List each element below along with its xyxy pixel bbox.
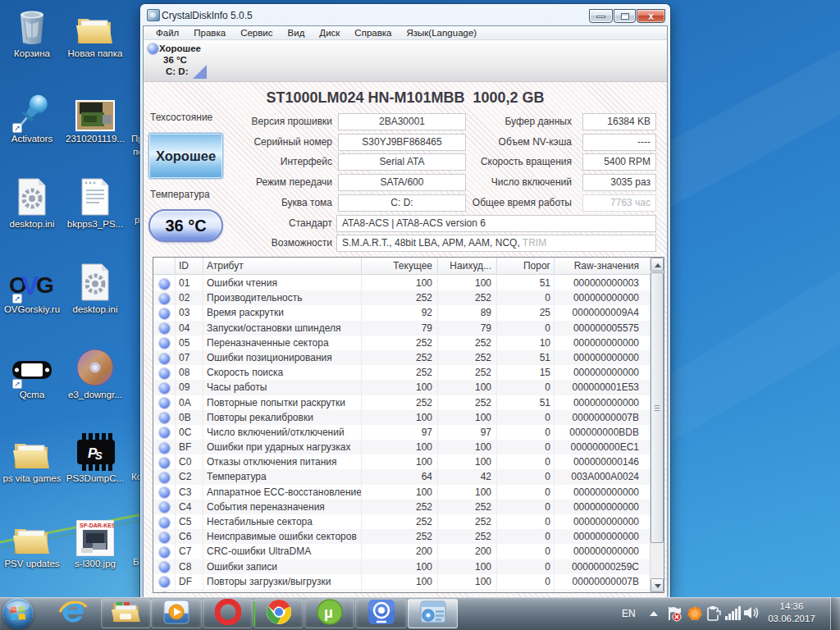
menu-файл[interactable]: Файл (148, 26, 186, 39)
desktop-icon-bkpps3-ps-[interactable]: bkpps3_PS... (57, 177, 133, 229)
cell: Запуски/остановки шпинделя (203, 321, 362, 336)
table-header[interactable]: IDАтрибутТекущееНаихуд...ПорогRaw-значен… (153, 258, 650, 275)
smart-attribute-row[interactable]: C4События переназначения2522520000000000… (153, 500, 650, 514)
smart-attribute-row[interactable]: 0CЧисло включений/отключений979700000000… (153, 425, 650, 440)
title-bar[interactable]: CrystalDiskInfo 5.0.5 x (140, 4, 670, 26)
menu-вид[interactable]: Вид (281, 26, 313, 39)
smart-attribute-row[interactable]: 07Ошибки позиционирования252252510000000… (153, 350, 650, 365)
menu-сервис[interactable]: Сервис (233, 26, 280, 39)
smart-attribute-row[interactable]: C2Температура64420003A000A0024 (153, 469, 650, 484)
network-signal-icon[interactable] (725, 605, 742, 623)
smart-attribute-row[interactable]: E1Число загрузок/выгрузок949400000000106… (153, 589, 650, 592)
desktop-icon-2310201119-[interactable]: 2310201119... (57, 92, 133, 144)
volume-icon[interactable] (743, 605, 760, 623)
start-button[interactable] (2, 598, 34, 629)
taskbar-button-utorrent[interactable]: µ (304, 599, 354, 628)
smart-attribute-row[interactable]: C8Ошибки записи100100000000000259C (153, 559, 650, 574)
taskbar-button-internet-explorer[interactable] (48, 599, 98, 628)
show-desktop-button[interactable] (830, 597, 840, 630)
cell: 0 (497, 321, 555, 336)
tray-app-icon[interactable] (706, 605, 721, 625)
status-good-dot (159, 323, 170, 334)
smart-attribute-row[interactable]: BFОшибки при ударных нагрузках1001000000… (153, 440, 650, 454)
cell: 000000000000 (555, 500, 649, 514)
cell: 0 (497, 440, 555, 454)
cell: 09 (176, 380, 203, 395)
status-good-dot (159, 562, 170, 573)
smart-attribute-row[interactable]: C7CRC-ошибки UltraDMA2002000000000000000 (153, 544, 650, 559)
cell: Время раскрутки (203, 305, 362, 320)
column-header[interactable]: Порог (497, 258, 555, 274)
taskbar-button-crystaldiskinfo[interactable] (408, 599, 458, 628)
cell: 0 (497, 454, 555, 469)
cell: 00000000007B (555, 574, 649, 589)
desktop-icon-desktop-ini[interactable]: desktop.ini (57, 262, 133, 314)
clock[interactable]: 14:36 03.06.2017 (763, 600, 820, 625)
menu-правка[interactable]: Правка (186, 26, 233, 39)
language-indicator[interactable]: EN (622, 597, 636, 630)
smart-attribute-row[interactable]: DFПовторы загрузки/выгрузки1001000000000… (153, 574, 650, 589)
smart-attribute-row[interactable]: 01Ошибки чтения10010051000000000003 (153, 276, 650, 290)
cell: 100 (438, 440, 497, 454)
smart-attribute-row[interactable]: C0Отказы отключения питания1001000000000… (153, 454, 650, 469)
taskbar-button-opera[interactable] (203, 599, 253, 628)
taskbar-button-chrome[interactable] (253, 599, 304, 628)
column-header[interactable]: Текущее (362, 258, 438, 274)
disk-indicator[interactable]: Хорошее 36 °C C: D: (147, 43, 211, 81)
taskbar-button-webcam-app[interactable] (355, 599, 407, 628)
minimize-button[interactable] (589, 9, 613, 23)
menu-диск[interactable]: Диск (312, 26, 347, 39)
vertical-scrollbar[interactable] (650, 258, 664, 592)
smart-attribute-row[interactable]: C6Неисправимые ошибки секторов2522520000… (153, 529, 650, 544)
smart-attribute-row[interactable]: 05Переназначенные сектора252252100000000… (153, 336, 650, 350)
column-header[interactable]: ID (176, 258, 203, 274)
avast-icon[interactable] (687, 605, 703, 625)
status-dot-cell (153, 454, 176, 469)
cell: 252 (438, 529, 497, 544)
smart-attribute-row[interactable]: 03Время раскрутки9289250000000009A4 (153, 305, 650, 320)
taskbar-button-windows-media-player[interactable] (151, 599, 202, 628)
cell: 252 (362, 350, 438, 365)
column-header[interactable]: Raw-значения (555, 258, 649, 274)
scroll-down-button[interactable] (651, 578, 664, 592)
status-good-dot (159, 308, 170, 319)
cell: 51 (497, 276, 555, 290)
cell: Неисправимые ошибки секторов (203, 529, 362, 544)
cell: Скорость поиска (203, 365, 362, 380)
status-good-dot (159, 547, 170, 558)
column-header[interactable] (153, 258, 176, 274)
smart-attribute-row[interactable]: 04Запуски/остановки шпинделя797900000000… (153, 321, 650, 336)
tray-expand-icon[interactable] (650, 597, 658, 630)
smart-attribute-row[interactable]: C5Нестабильные сектора252252000000000000… (153, 514, 650, 529)
close-button[interactable]: x (637, 9, 665, 23)
disk-status-text: Хорошее (159, 43, 201, 53)
smart-attribute-row[interactable]: 02Производительность2522520000000000000 (153, 290, 650, 305)
taskbar-button-windows-explorer[interactable] (101, 599, 151, 628)
smart-attribute-row[interactable]: 0BПовторы рекалибровки100100000000000007… (153, 410, 650, 425)
cell: Аппаратное ECC-восстановление (203, 485, 362, 500)
cell: 64 (362, 469, 438, 484)
status-good-dot (159, 279, 170, 290)
smart-attribute-row[interactable]: 0AПовторные попытки раскрутки25225251000… (153, 395, 650, 410)
desktop-icon-новая-папка[interactable]: Новая папка (57, 7, 133, 58)
cell: 252 (362, 290, 438, 305)
desktop-icon-ps3dumpc-[interactable]: PSPS3DumpC... (57, 431, 133, 483)
smart-attribute-table: IDАтрибутТекущееНаихуд...ПорогRaw-значен… (153, 257, 664, 593)
menu-язык-language-[interactable]: Язык(Language) (399, 26, 484, 39)
column-header[interactable]: Атрибут (203, 258, 362, 274)
desktop-icon-s-l300-jpg[interactable]: SP-DAR-KESs-l300.jpg (57, 517, 133, 568)
action-center-flag-icon[interactable] (666, 605, 682, 625)
scrollbar-thumb[interactable] (651, 272, 664, 543)
desktop-icon-e3-downgr-[interactable]: e3_downgr... (57, 348, 133, 399)
smart-attribute-row[interactable]: C3Аппаратное ECC-восстановление100100000… (153, 485, 650, 500)
smart-attribute-row[interactable]: 09Часы работы1001000000000001E53 (153, 380, 650, 395)
svg-text:SP-DAR-KES: SP-DAR-KES (80, 523, 114, 528)
smart-attribute-row[interactable]: 08Скорость поиска25225215000000000000 (153, 365, 650, 380)
scroll-up-button[interactable] (651, 258, 664, 272)
menu-справка[interactable]: Справка (347, 26, 399, 39)
maximize-button[interactable] (614, 9, 636, 23)
cell: 000000010607 (555, 589, 649, 592)
column-header[interactable]: Наихуд... (438, 258, 497, 274)
cell: 51 (497, 395, 555, 410)
desktop-icon-label: PS3DumpC... (57, 473, 133, 483)
